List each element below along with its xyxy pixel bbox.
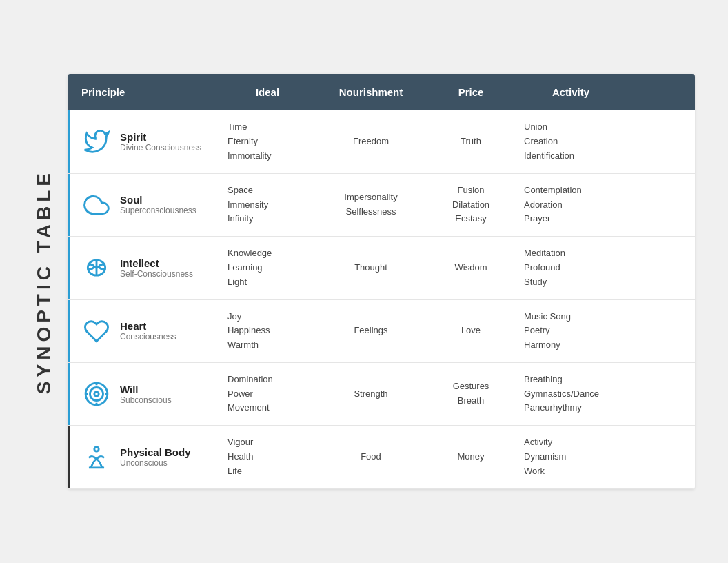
principle-name-intellect: Intellect: [120, 257, 193, 269]
col-principle: Principle: [68, 74, 219, 110]
activity-physical: ActivityDynamismWork: [516, 426, 626, 488]
principle-cell-will: Will Subconscious: [68, 369, 219, 419]
table-row-spirit: Spirit Divine Consciousness TimeEternity…: [68, 110, 695, 173]
activity-intellect: MeditationProfoundStudy: [516, 237, 626, 299]
table-body: Spirit Divine Consciousness TimeEternity…: [68, 110, 695, 488]
principle-sub-heart: Consciousness: [120, 332, 176, 342]
nourishment-physical: Food: [316, 440, 426, 474]
icon-will: [81, 379, 112, 409]
ideal-physical: VigourHealthLife: [219, 426, 316, 488]
col-price: Price: [426, 74, 516, 110]
svg-point-2: [85, 383, 108, 405]
ideal-soul: SpaceImmensityInfinity: [219, 174, 316, 236]
principle-name-soul: Soul: [120, 194, 196, 206]
principle-cell-spirit: Spirit Divine Consciousness: [68, 117, 219, 167]
price-will: GesturesBreath: [426, 370, 516, 418]
activity-soul: ContemplationAdorationPrayer: [516, 174, 626, 236]
table-header: Principle Ideal Nourishment Price Activi…: [68, 74, 695, 110]
price-spirit: Truth: [426, 125, 516, 159]
col-nourishment: Nourishment: [316, 74, 426, 110]
principle-cell-physical: Physical Body Unconscious: [68, 432, 219, 482]
principle-name-will: Will: [120, 384, 172, 395]
price-physical: Money: [426, 440, 516, 474]
nourishment-heart: Feelings: [316, 314, 426, 348]
principle-name-heart: Heart: [120, 320, 176, 332]
activity-will: BreathingGymnastics/DancePaneurhythmy: [516, 363, 626, 425]
price-soul: FusionDilatationEcstasy: [426, 174, 516, 236]
principle-sub-intellect: Self-Consciousness: [120, 269, 193, 279]
price-intellect: Wisdom: [426, 251, 516, 285]
principle-name-physical: Physical Body: [120, 446, 191, 458]
activity-heart: Music SongPoetryHarmony: [516, 300, 626, 362]
col-activity: Activity: [516, 74, 626, 110]
svg-point-9: [94, 447, 99, 451]
table-row-physical: Physical Body Unconscious VigourHealthLi…: [68, 426, 695, 488]
table-row-soul: Soul Superconsciousness SpaceImmensityIn…: [68, 174, 695, 237]
svg-point-3: [90, 388, 103, 401]
icon-physical: [81, 442, 112, 472]
table-row-intellect: Intellect Self-Consciousness KnowledgeLe…: [68, 237, 695, 299]
icon-spirit: [81, 127, 112, 157]
ideal-spirit: TimeEternityImmortality: [219, 110, 316, 172]
ideal-intellect: KnowledgeLearningLight: [219, 237, 316, 299]
principle-sub-soul: Superconsciousness: [120, 206, 196, 215]
principle-sub-spirit: Divine Consciousness: [120, 143, 201, 152]
nourishment-soul: ImpersonalitySelflessness: [316, 181, 426, 229]
principle-name-spirit: Spirit: [120, 131, 201, 143]
principle-cell-soul: Soul Superconsciousness: [68, 180, 219, 230]
icon-intellect: [81, 253, 112, 283]
ideal-heart: JoyHappinessWarmth: [219, 300, 316, 362]
price-heart: Love: [426, 314, 516, 348]
table-row-will: Will Subconscious DominationPowerMovemen…: [68, 363, 695, 426]
principle-cell-heart: Heart Consciousness: [68, 306, 219, 356]
col-ideal: Ideal: [219, 74, 316, 110]
svg-point-4: [94, 392, 99, 396]
principle-sub-physical: Unconscious: [120, 458, 191, 468]
outer-wrapper: SYNOPTIC TABLE Principle Ideal Nourishme…: [33, 74, 695, 488]
icon-heart: [81, 316, 112, 346]
principle-cell-intellect: Intellect Self-Consciousness: [68, 243, 219, 293]
nourishment-spirit: Freedom: [316, 125, 426, 159]
page-vertical-title: SYNOPTIC TABLE: [33, 169, 55, 394]
table-container: Principle Ideal Nourishment Price Activi…: [68, 74, 695, 488]
nourishment-intellect: Thought: [316, 251, 426, 285]
nourishment-will: Strength: [316, 377, 426, 411]
table-row-heart: Heart Consciousness JoyHappinessWarmth F…: [68, 300, 695, 363]
principle-sub-will: Subconscious: [120, 395, 172, 405]
ideal-will: DominationPowerMovement: [219, 363, 316, 425]
activity-spirit: UnionCreationIdentification: [516, 110, 626, 172]
icon-soul: [81, 190, 112, 220]
